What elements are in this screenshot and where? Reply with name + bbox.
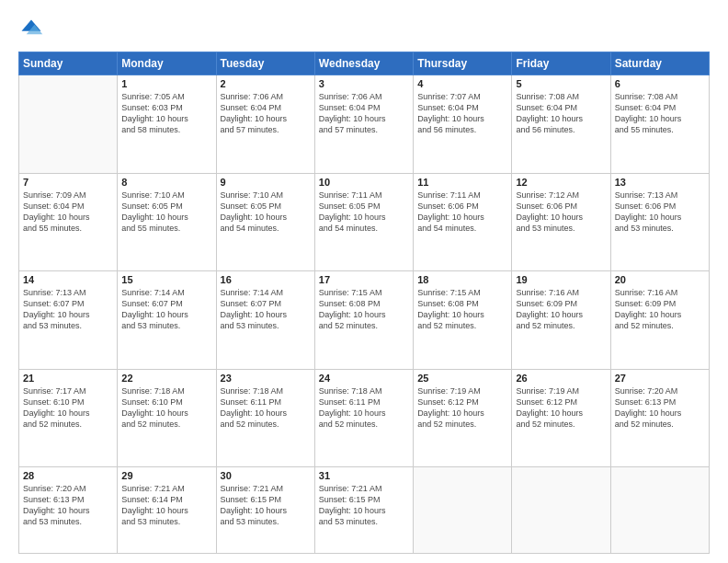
day-info: Sunrise: 7:13 AM Sunset: 6:07 PM Dayligh…	[23, 287, 113, 332]
day-info: Sunrise: 7:17 AM Sunset: 6:10 PM Dayligh…	[23, 385, 113, 431]
calendar-cell: 24Sunrise: 7:18 AM Sunset: 6:11 PM Dayli…	[314, 369, 413, 467]
calendar-cell: 21Sunrise: 7:17 AM Sunset: 6:10 PM Dayli…	[19, 369, 118, 467]
calendar-cell	[19, 75, 118, 174]
day-info: Sunrise: 7:20 AM Sunset: 6:13 PM Dayligh…	[23, 483, 113, 528]
day-info: Sunrise: 7:08 AM Sunset: 6:04 PM Dayligh…	[615, 91, 705, 136]
calendar-cell: 23Sunrise: 7:18 AM Sunset: 6:11 PM Dayli…	[216, 369, 314, 467]
day-number: 29	[121, 470, 211, 481]
calendar-week-row: 14Sunrise: 7:13 AM Sunset: 6:07 PM Dayli…	[19, 271, 710, 370]
day-number: 22	[121, 373, 211, 384]
day-info: Sunrise: 7:13 AM Sunset: 6:06 PM Dayligh…	[615, 190, 705, 235]
day-info: Sunrise: 7:21 AM Sunset: 6:15 PM Dayligh…	[221, 483, 311, 528]
weekday-header: Sunday	[19, 52, 118, 75]
calendar-week-row: 28Sunrise: 7:20 AM Sunset: 6:13 PM Dayli…	[19, 467, 710, 554]
calendar-cell: 15Sunrise: 7:14 AM Sunset: 6:07 PM Dayli…	[118, 271, 216, 370]
calendar-cell: 7Sunrise: 7:09 AM Sunset: 6:04 PM Daylig…	[19, 173, 118, 271]
calendar-cell: 10Sunrise: 7:11 AM Sunset: 6:05 PM Dayli…	[314, 173, 413, 271]
day-info: Sunrise: 7:11 AM Sunset: 6:06 PM Dayligh…	[417, 190, 507, 235]
day-number: 18	[417, 274, 507, 285]
day-info: Sunrise: 7:19 AM Sunset: 6:12 PM Dayligh…	[516, 385, 606, 431]
calendar-cell: 27Sunrise: 7:20 AM Sunset: 6:13 PM Dayli…	[610, 369, 709, 467]
logo-icon	[18, 17, 44, 42]
calendar-cell: 31Sunrise: 7:21 AM Sunset: 6:15 PM Dayli…	[314, 467, 413, 554]
calendar-cell: 5Sunrise: 7:08 AM Sunset: 6:04 PM Daylig…	[512, 75, 610, 174]
calendar-cell: 19Sunrise: 7:16 AM Sunset: 6:09 PM Dayli…	[512, 271, 610, 370]
day-info: Sunrise: 7:15 AM Sunset: 6:08 PM Dayligh…	[319, 287, 409, 332]
day-number: 21	[23, 373, 113, 384]
calendar-cell: 11Sunrise: 7:11 AM Sunset: 6:06 PM Dayli…	[414, 173, 512, 271]
calendar-table: SundayMondayTuesdayWednesdayThursdayFrid…	[18, 52, 710, 554]
calendar-cell: 16Sunrise: 7:14 AM Sunset: 6:07 PM Dayli…	[216, 271, 314, 370]
day-number: 6	[615, 78, 705, 89]
day-number: 8	[121, 177, 211, 188]
calendar-cell: 17Sunrise: 7:15 AM Sunset: 6:08 PM Dayli…	[314, 271, 413, 370]
calendar-cell: 12Sunrise: 7:12 AM Sunset: 6:06 PM Dayli…	[512, 173, 610, 271]
day-info: Sunrise: 7:10 AM Sunset: 6:05 PM Dayligh…	[121, 190, 211, 235]
calendar-cell: 4Sunrise: 7:07 AM Sunset: 6:04 PM Daylig…	[414, 75, 512, 174]
weekday-header: Friday	[512, 52, 610, 75]
day-number: 19	[516, 274, 606, 285]
calendar-cell: 2Sunrise: 7:06 AM Sunset: 6:04 PM Daylig…	[216, 75, 314, 174]
day-number: 31	[319, 470, 409, 481]
day-number: 12	[516, 177, 606, 188]
day-info: Sunrise: 7:16 AM Sunset: 6:09 PM Dayligh…	[615, 287, 705, 332]
day-number: 25	[417, 373, 507, 384]
calendar-cell: 8Sunrise: 7:10 AM Sunset: 6:05 PM Daylig…	[118, 173, 216, 271]
day-info: Sunrise: 7:18 AM Sunset: 6:10 PM Dayligh…	[121, 385, 211, 431]
calendar-cell: 18Sunrise: 7:15 AM Sunset: 6:08 PM Dayli…	[414, 271, 512, 370]
day-info: Sunrise: 7:19 AM Sunset: 6:12 PM Dayligh…	[417, 385, 507, 431]
calendar-cell: 30Sunrise: 7:21 AM Sunset: 6:15 PM Dayli…	[216, 467, 314, 554]
calendar-cell: 14Sunrise: 7:13 AM Sunset: 6:07 PM Dayli…	[19, 271, 118, 370]
day-number: 23	[221, 373, 311, 384]
day-number: 7	[23, 177, 113, 188]
day-info: Sunrise: 7:07 AM Sunset: 6:04 PM Dayligh…	[417, 91, 507, 136]
day-info: Sunrise: 7:15 AM Sunset: 6:08 PM Dayligh…	[417, 287, 507, 332]
day-info: Sunrise: 7:10 AM Sunset: 6:05 PM Dayligh…	[221, 190, 311, 235]
calendar-week-row: 21Sunrise: 7:17 AM Sunset: 6:10 PM Dayli…	[19, 369, 710, 467]
calendar-cell: 22Sunrise: 7:18 AM Sunset: 6:10 PM Dayli…	[118, 369, 216, 467]
day-number: 4	[417, 78, 507, 89]
calendar-cell: 28Sunrise: 7:20 AM Sunset: 6:13 PM Dayli…	[19, 467, 118, 554]
day-info: Sunrise: 7:14 AM Sunset: 6:07 PM Dayligh…	[121, 287, 211, 332]
calendar-week-row: 7Sunrise: 7:09 AM Sunset: 6:04 PM Daylig…	[19, 173, 710, 271]
day-number: 16	[221, 274, 311, 285]
weekday-header: Thursday	[414, 52, 512, 75]
weekday-header: Tuesday	[216, 52, 314, 75]
day-info: Sunrise: 7:05 AM Sunset: 6:03 PM Dayligh…	[121, 91, 211, 136]
day-info: Sunrise: 7:14 AM Sunset: 6:07 PM Dayligh…	[221, 287, 311, 332]
calendar-cell: 25Sunrise: 7:19 AM Sunset: 6:12 PM Dayli…	[414, 369, 512, 467]
day-number: 11	[417, 177, 507, 188]
weekday-header: Monday	[118, 52, 216, 75]
day-info: Sunrise: 7:11 AM Sunset: 6:05 PM Dayligh…	[319, 190, 409, 235]
day-info: Sunrise: 7:08 AM Sunset: 6:04 PM Dayligh…	[516, 91, 606, 136]
day-number: 1	[121, 78, 211, 89]
day-number: 30	[221, 470, 311, 481]
calendar-cell	[414, 467, 512, 554]
day-info: Sunrise: 7:09 AM Sunset: 6:04 PM Dayligh…	[23, 190, 113, 235]
calendar-cell: 3Sunrise: 7:06 AM Sunset: 6:04 PM Daylig…	[314, 75, 413, 174]
weekday-header-row: SundayMondayTuesdayWednesdayThursdayFrid…	[19, 52, 710, 75]
logo	[18, 17, 48, 42]
day-number: 9	[221, 177, 311, 188]
day-number: 24	[319, 373, 409, 384]
day-info: Sunrise: 7:12 AM Sunset: 6:06 PM Dayligh…	[516, 190, 606, 235]
day-number: 26	[516, 373, 606, 384]
weekday-header: Wednesday	[314, 52, 413, 75]
day-number: 14	[23, 274, 113, 285]
day-number: 2	[221, 78, 311, 89]
day-info: Sunrise: 7:20 AM Sunset: 6:13 PM Dayligh…	[615, 385, 705, 431]
weekday-header: Saturday	[610, 52, 709, 75]
day-number: 27	[615, 373, 705, 384]
day-number: 17	[319, 274, 409, 285]
day-info: Sunrise: 7:21 AM Sunset: 6:15 PM Dayligh…	[319, 483, 409, 528]
day-info: Sunrise: 7:06 AM Sunset: 6:04 PM Dayligh…	[221, 91, 311, 136]
day-info: Sunrise: 7:18 AM Sunset: 6:11 PM Dayligh…	[221, 385, 311, 431]
day-number: 20	[615, 274, 705, 285]
calendar-cell: 6Sunrise: 7:08 AM Sunset: 6:04 PM Daylig…	[610, 75, 709, 174]
header	[18, 17, 710, 42]
day-number: 5	[516, 78, 606, 89]
day-number: 28	[23, 470, 113, 481]
calendar-cell: 13Sunrise: 7:13 AM Sunset: 6:06 PM Dayli…	[610, 173, 709, 271]
day-info: Sunrise: 7:16 AM Sunset: 6:09 PM Dayligh…	[516, 287, 606, 332]
calendar-cell	[610, 467, 709, 554]
